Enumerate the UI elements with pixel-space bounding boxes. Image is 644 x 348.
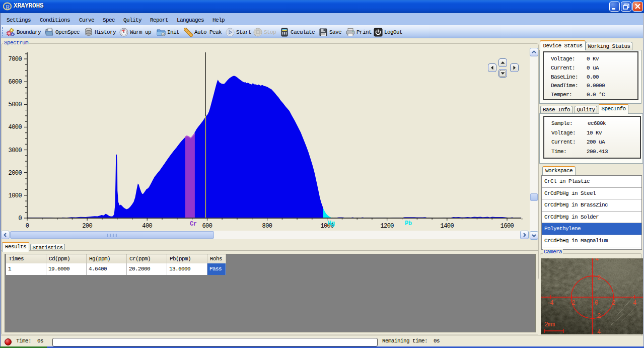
svg-text:7000: 7000 — [9, 56, 22, 63]
svg-text:-2: -2 — [568, 300, 575, 307]
svg-text:2mm: 2mm — [544, 321, 555, 328]
svg-text:4: 4 — [595, 258, 599, 263]
svg-text:0: 0 — [18, 215, 22, 222]
svg-text:3000: 3000 — [9, 147, 22, 154]
svg-text:0: 0 — [595, 300, 598, 307]
svg-text:0: 0 — [26, 223, 29, 230]
svg-text:R: R — [6, 4, 10, 11]
svg-text:2: 2 — [612, 300, 615, 307]
svg-text:600: 600 — [202, 223, 212, 230]
svg-text:Hg: Hg — [328, 220, 335, 227]
svg-text:5000: 5000 — [9, 101, 22, 108]
svg-text:Cr: Cr — [190, 221, 197, 228]
svg-text:4000: 4000 — [9, 124, 22, 131]
svg-text:4: 4 — [633, 300, 636, 307]
svg-text:6000: 6000 — [9, 79, 22, 86]
svg-text:1200: 1200 — [380, 223, 394, 230]
svg-text:1600: 1600 — [500, 223, 514, 230]
svg-text:-4: -4 — [547, 300, 553, 307]
svg-text:800: 800 — [262, 223, 272, 230]
svg-text:400: 400 — [142, 223, 152, 230]
svg-text:2: 2 — [597, 313, 601, 320]
svg-text:2: 2 — [597, 274, 601, 282]
svg-text:Pb: Pb — [405, 220, 412, 227]
svg-text:1000: 1000 — [9, 192, 22, 199]
svg-text:200: 200 — [82, 223, 92, 230]
svg-text:2000: 2000 — [9, 170, 22, 177]
svg-text:4: 4 — [597, 329, 601, 334]
svg-text:1400: 1400 — [441, 223, 454, 230]
